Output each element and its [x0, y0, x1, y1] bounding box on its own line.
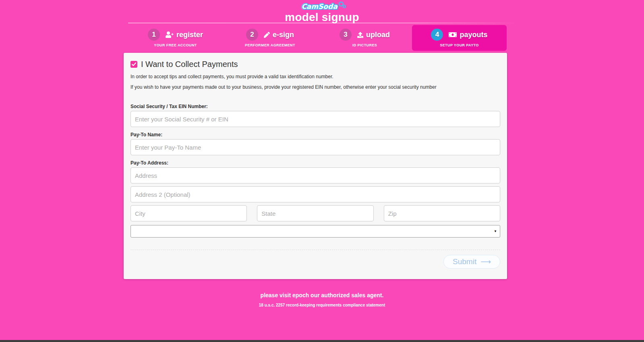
state-input[interactable]: [257, 205, 373, 221]
step-label: upload: [366, 31, 390, 39]
step-number-badge: 3: [340, 29, 352, 41]
step-label: payouts: [460, 31, 487, 39]
bottom-bar: [0, 340, 644, 342]
chevron-down-icon: ▼: [494, 230, 497, 233]
ssn-label: Social Security / Tax EIN Number:: [130, 104, 500, 109]
epoch-sales-agent-link[interactable]: please visit epoch our authorized sales …: [0, 292, 644, 298]
pencil-icon: [264, 32, 270, 38]
right-arrow-icon: ⟶: [480, 257, 491, 266]
zip-input[interactable]: [384, 205, 500, 221]
submit-button-label: Submit: [453, 257, 476, 266]
svg-text:CamSoda: CamSoda: [301, 2, 338, 10]
address1-input[interactable]: [130, 167, 500, 184]
city-input[interactable]: [130, 205, 247, 221]
step-subtitle: ID PICTURES: [352, 43, 377, 47]
step-payouts[interactable]: 4 payouts SETUP YOUR PAYTO: [412, 25, 507, 51]
collect-payments-title: I Want to Collect Payments: [141, 60, 238, 69]
user-plus-icon: [166, 31, 174, 38]
step-number-badge: 1: [148, 29, 160, 41]
page-title: model signup: [0, 11, 644, 24]
header: CamSoda model signup: [0, 0, 644, 24]
address2-input[interactable]: [130, 186, 500, 202]
compliance-2257-link[interactable]: 18 u.s.c. 2257 record-keeping requiremen…: [0, 303, 644, 307]
step-register[interactable]: 1 register YOUR FREE ACCOUNT: [128, 25, 223, 51]
step-subtitle: SETUP YOUR PAYTO: [440, 43, 478, 47]
country-select[interactable]: ▼: [130, 225, 500, 238]
upload-icon: [357, 32, 363, 38]
payto-address-label: Pay-To Address:: [130, 160, 500, 166]
intro-text-2: If you wish to have your payments made o…: [130, 84, 500, 90]
intro-text-1: In order to accept tips and collect paym…: [130, 74, 500, 79]
step-esign[interactable]: 2 e-sign PERFORMER AGREEMENT: [223, 25, 317, 51]
logo-bubble-icon: [343, 5, 346, 8]
ssn-input[interactable]: [130, 111, 500, 127]
logo-bubble-icon: [339, 2, 343, 6]
form-divider: [130, 250, 500, 250]
step-upload[interactable]: 3 upload ID PICTURES: [317, 25, 412, 51]
step-subtitle: YOUR FREE ACCOUNT: [154, 43, 197, 47]
step-number-badge: 4: [431, 29, 443, 41]
payto-name-input[interactable]: [130, 139, 500, 155]
money-bill-icon: [449, 31, 457, 38]
step-wizard: 1 register YOUR FREE ACCOUNT 2 e-sign PE…: [128, 25, 507, 51]
step-label: register: [176, 31, 203, 39]
checkmark-icon: [132, 63, 136, 66]
payouts-form-card: I Want to Collect Payments In order to a…: [124, 53, 507, 279]
camsoda-logo: CamSoda: [296, 1, 348, 12]
collect-payments-checkbox[interactable]: [130, 61, 137, 68]
step-number-badge: 2: [246, 29, 258, 41]
step-label: e-sign: [273, 31, 294, 39]
header-divider: [128, 23, 518, 23]
submit-button[interactable]: Submit ⟶: [443, 255, 500, 269]
step-subtitle: PERFORMER AGREEMENT: [245, 43, 295, 47]
payto-name-label: Pay-To Name:: [130, 132, 500, 138]
